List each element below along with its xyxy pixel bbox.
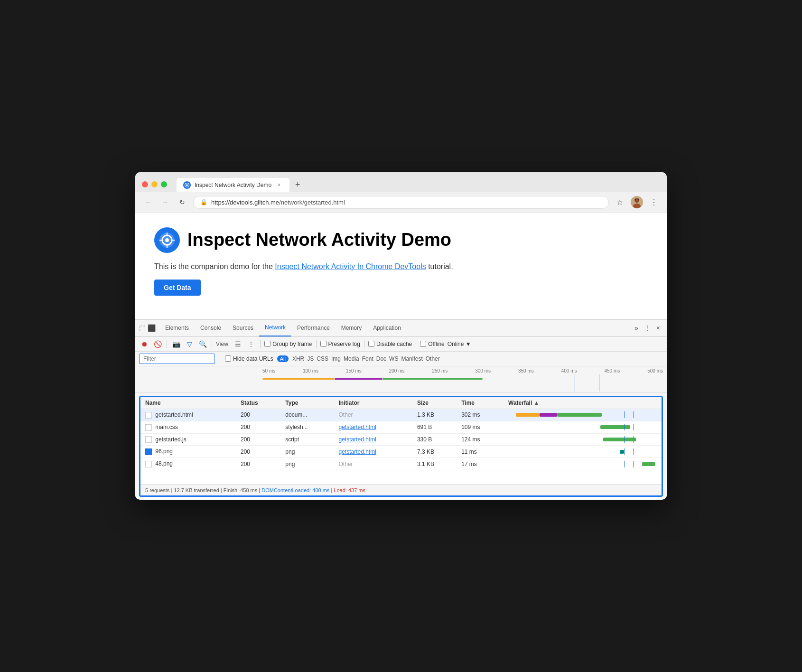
wf-bar-green <box>600 425 630 429</box>
new-tab-button[interactable]: + <box>290 177 305 192</box>
status-requests: 5 requests <box>145 487 169 493</box>
record-button[interactable]: ⏺ <box>139 339 149 349</box>
profile-button[interactable] <box>631 196 643 208</box>
row-type: png <box>280 458 334 470</box>
clear-button[interactable]: 🚫 <box>152 339 163 349</box>
th-time: Time <box>457 397 504 409</box>
page-logo <box>154 227 180 253</box>
row-time: 11 ms <box>457 446 504 458</box>
list-view-button[interactable]: ☰ <box>233 339 243 349</box>
table-row[interactable]: getstarted.js 200 script getstarted.html… <box>140 433 662 446</box>
tab-close-button[interactable]: × <box>275 181 283 189</box>
toolbar-separator-6 <box>416 340 416 348</box>
row-name: getstarted.js <box>140 433 236 446</box>
row-time: 124 ms <box>457 433 504 446</box>
reload-button[interactable]: ↻ <box>176 196 188 208</box>
offline-checkbox[interactable] <box>420 341 426 347</box>
filter-other[interactable]: Other <box>426 355 440 362</box>
network-table-header: Name Status Type Initiator Size Time Wat… <box>140 397 662 409</box>
row-time: 109 ms <box>457 421 504 433</box>
more-tabs-button[interactable]: » <box>632 322 641 334</box>
maximize-traffic-light[interactable] <box>161 181 167 187</box>
online-select[interactable]: Online ▼ <box>448 341 471 347</box>
tab-network[interactable]: Network <box>259 319 291 336</box>
file-icon <box>145 461 152 467</box>
table-row[interactable]: 48.png 200 png Other 3.1 KB 17 ms <box>140 458 662 470</box>
disable-cache-checkbox[interactable] <box>368 341 374 347</box>
filter-manifest[interactable]: Manifest <box>401 355 422 362</box>
th-waterfall: Waterfall <box>504 397 662 409</box>
tab-sources-label: Sources <box>233 325 253 331</box>
url-domain: https://devtools.glitch.me <box>211 199 279 206</box>
filter-bar: Hide data URLs All XHR JS CSS Img Media … <box>135 352 667 366</box>
th-initiator: Initiator <box>334 397 412 409</box>
tab-memory[interactable]: Memory <box>336 319 367 336</box>
row-size: 7.3 KB <box>412 446 457 458</box>
tab-elements[interactable]: Elements <box>159 319 195 336</box>
filter-all[interactable]: All <box>277 355 289 362</box>
filter-css[interactable]: CSS <box>317 355 328 362</box>
wf-vline-red <box>633 411 634 418</box>
wf-bar-green <box>642 462 655 466</box>
table-row[interactable]: 96.png 200 png getstarted.html 7.3 KB 11… <box>140 446 662 458</box>
network-panel-highlight: Name Status Type Initiator Size Time Wat… <box>139 396 663 497</box>
back-button[interactable]: ← <box>142 196 154 208</box>
filter-js[interactable]: JS <box>307 355 314 362</box>
url-bar[interactable]: 🔒 https://devtools.glitch.me/network/get… <box>193 196 609 209</box>
th-name: Name <box>140 397 236 409</box>
table-row[interactable]: getstarted.html 200 docum... Other 1.3 K… <box>140 409 662 421</box>
search-button[interactable]: 🔍 <box>197 339 208 349</box>
wf-vline-blue <box>624 448 625 455</box>
row-type: stylesh... <box>280 421 334 433</box>
group-by-frame-checkbox[interactable] <box>264 341 270 347</box>
tab-application[interactable]: Application <box>367 319 407 336</box>
devtools-close-button[interactable]: × <box>653 322 663 334</box>
tab-console[interactable]: Console <box>195 319 227 336</box>
th-size: Size <box>412 397 457 409</box>
filter-button[interactable]: ▽ <box>184 339 195 349</box>
filter-input[interactable] <box>139 354 215 364</box>
cursor-icon[interactable]: ⬚ <box>139 324 146 332</box>
preserve-log-checkbox[interactable] <box>320 341 326 347</box>
filter-font[interactable]: Font <box>362 355 373 362</box>
bookmark-button[interactable]: ☆ <box>614 196 626 208</box>
svg-point-3 <box>633 204 641 208</box>
network-timeline: 50 ms 100 ms 150 ms 200 ms 250 ms 300 ms… <box>135 366 667 393</box>
table-row[interactable]: main.css 200 stylesh... getstarted.html … <box>140 421 662 433</box>
filter-img[interactable]: Img <box>331 355 341 362</box>
th-type: Type <box>280 397 334 409</box>
tab-favicon <box>183 181 191 189</box>
row-initiator: getstarted.html <box>334 446 412 458</box>
filter-media[interactable]: Media <box>344 355 359 362</box>
offline-label: Offline <box>420 341 444 347</box>
tree-view-button[interactable]: ⋮ <box>246 339 256 349</box>
minimize-traffic-light[interactable] <box>151 181 158 187</box>
row-waterfall <box>504 421 662 433</box>
filter-ws[interactable]: WS <box>389 355 398 362</box>
timeline-chart <box>262 374 663 392</box>
filter-doc[interactable]: Doc <box>376 355 386 362</box>
chrome-menu-button[interactable]: ⋮ <box>648 196 660 208</box>
get-data-button[interactable]: Get Data <box>154 280 201 296</box>
filter-xhr[interactable]: XHR <box>292 355 304 362</box>
active-tab[interactable]: Inspect Network Activity Demo × <box>177 178 289 192</box>
toolbar-separator-2 <box>212 340 212 348</box>
hide-data-urls-checkbox[interactable] <box>225 355 231 362</box>
mobile-icon[interactable]: ⬛ <box>148 324 156 332</box>
svg-point-8 <box>165 238 169 242</box>
row-waterfall <box>504 458 662 470</box>
close-traffic-light[interactable] <box>142 181 148 187</box>
tab-performance[interactable]: Performance <box>291 319 336 336</box>
tab-memory-label: Memory <box>341 325 362 331</box>
tab-console-label: Console <box>200 325 221 331</box>
tab-sources[interactable]: Sources <box>227 319 259 336</box>
camera-button[interactable]: 📷 <box>171 339 181 349</box>
wf-bar-green <box>603 438 636 441</box>
row-initiator: Other <box>334 458 412 470</box>
forward-button[interactable]: → <box>159 196 171 208</box>
row-size: 1.3 KB <box>412 409 457 421</box>
devtools-settings-button[interactable]: ⋮ <box>641 322 653 334</box>
preserve-log-label: Preserve log <box>320 341 360 347</box>
network-table: Name Status Type Initiator Size Time Wat… <box>140 397 662 485</box>
tutorial-link[interactable]: Inspect Network Activity In Chrome DevTo… <box>275 262 426 271</box>
